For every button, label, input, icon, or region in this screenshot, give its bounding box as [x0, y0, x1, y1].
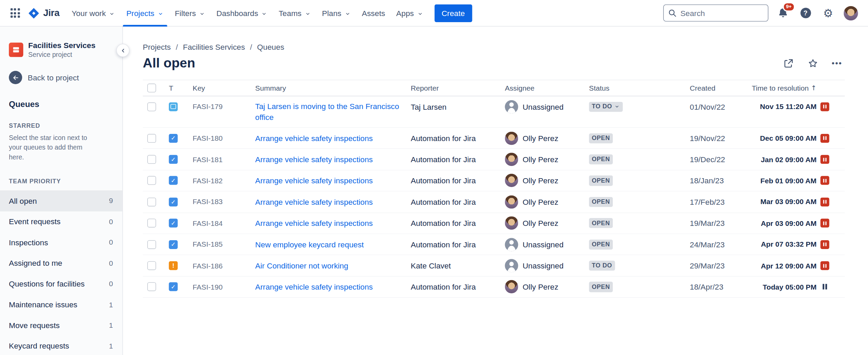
column-header-time-to-resolution[interactable]: Time to resolution ↑	[746, 84, 845, 92]
reporter-name: Automation for Jira	[411, 240, 476, 249]
issue-summary-link[interactable]: Taj Larsen is moving to the San Francisc…	[255, 101, 405, 123]
nav-item-apps[interactable]: Apps	[391, 0, 429, 26]
assignee-name: Olly Perez	[522, 198, 558, 206]
search-input[interactable]	[663, 4, 768, 21]
column-header-key[interactable]: Key	[187, 84, 250, 92]
issue-key-link[interactable]: FASI-186	[193, 262, 223, 270]
issue-key-link[interactable]: FASI-183	[193, 198, 223, 206]
issue-summary-link[interactable]: Arrange vehicle safety inspections	[255, 281, 373, 292]
status-label: TO DO	[592, 103, 612, 110]
issue-summary-link[interactable]: Arrange vehicle safety inspections	[255, 154, 373, 165]
sidebar-item-questions-for-facilities[interactable]: Questions for facilities 0	[0, 274, 122, 294]
row-checkbox[interactable]	[147, 261, 156, 270]
issue-key-link[interactable]: FASI-190	[193, 283, 223, 291]
more-actions-button[interactable]: •••	[829, 55, 844, 71]
back-to-project-button[interactable]: Back to project	[0, 71, 122, 84]
table-row-fasi-186[interactable]: FASI-186 Air Conditioner not working Kat…	[143, 255, 845, 276]
queue-label: All open	[9, 197, 37, 205]
row-checkbox[interactable]	[147, 198, 156, 206]
sla-time: Dec 05 09:00 AM	[760, 134, 817, 142]
settings-button[interactable]: ⚙	[820, 5, 837, 21]
jira-logo[interactable]: Jira	[24, 7, 65, 19]
app-switcher-button[interactable]	[6, 5, 23, 21]
gear-icon: ⚙	[823, 7, 833, 18]
issue-key-link[interactable]: FASI-180	[193, 134, 223, 142]
status-label: OPEN	[592, 241, 610, 248]
breadcrumb-projects[interactable]: Projects	[143, 43, 171, 51]
issue-key-link[interactable]: FASI-179	[193, 103, 223, 111]
notifications-button[interactable]: 9+	[775, 5, 791, 21]
status-lozenge[interactable]: OPEN	[589, 197, 612, 207]
table-row-fasi-183[interactable]: FASI-183 Arrange vehicle safety inspecti…	[143, 191, 845, 213]
profile-button[interactable]	[842, 5, 859, 21]
status-lozenge[interactable]: OPEN	[589, 176, 612, 186]
issue-summary-link[interactable]: Arrange vehicle safety inspections	[255, 196, 373, 207]
table-row-fasi-190[interactable]: FASI-190 Arrange vehicle safety inspecti…	[143, 277, 845, 298]
row-checkbox[interactable]	[147, 155, 156, 164]
nav-item-label: Apps	[396, 9, 414, 17]
nav-item-filters[interactable]: Filters	[169, 0, 211, 26]
column-header-type[interactable]: T	[164, 84, 187, 92]
nav-item-projects[interactable]: Projects	[121, 0, 169, 26]
reporter-name: Automation for Jira	[411, 198, 476, 206]
table-row-fasi-185[interactable]: FASI-185 New employee keycard request Au…	[143, 234, 845, 255]
nav-item-your-work[interactable]: Your work	[66, 0, 121, 26]
table-row-fasi-180[interactable]: FASI-180 Arrange vehicle safety inspecti…	[143, 128, 845, 149]
sidebar-item-inspections[interactable]: Inspections 0	[0, 232, 122, 253]
help-button[interactable]: ?	[797, 5, 814, 21]
issue-summary-link[interactable]: New employee keycard request	[255, 239, 364, 250]
nav-item-dashboards[interactable]: Dashboards	[211, 0, 273, 26]
issue-key-link[interactable]: FASI-185	[193, 240, 223, 248]
column-header-assignee[interactable]: Assignee	[499, 84, 583, 92]
table-row-fasi-184[interactable]: FASI-184 Arrange vehicle safety inspecti…	[143, 213, 845, 234]
notification-badge: 9+	[782, 2, 795, 12]
row-checkbox[interactable]	[147, 240, 156, 249]
create-button[interactable]: Create	[435, 4, 472, 22]
issue-summary-link[interactable]: Arrange vehicle safety inspections	[255, 133, 373, 143]
select-all-checkbox[interactable]	[147, 83, 156, 92]
status-lozenge[interactable]: OPEN	[589, 218, 612, 228]
status-lozenge[interactable]: TO DO	[589, 261, 615, 271]
column-header-summary[interactable]: Summary	[250, 84, 405, 92]
row-checkbox[interactable]	[147, 134, 156, 143]
issue-summary-link[interactable]: Arrange vehicle safety inspections	[255, 175, 373, 186]
row-checkbox[interactable]	[147, 219, 156, 228]
queue-count: 0	[109, 217, 113, 226]
column-header-status[interactable]: Status	[583, 84, 684, 92]
issue-key-link[interactable]: FASI-184	[193, 219, 223, 227]
sidebar-collapse-button[interactable]	[116, 44, 130, 57]
star-button[interactable]	[805, 55, 820, 71]
nav-item-assets[interactable]: Assets	[356, 0, 391, 26]
status-lozenge[interactable]: OPEN	[589, 133, 612, 143]
sidebar-item-assigned-to-me[interactable]: Assigned to me 0	[0, 253, 122, 274]
column-header-reporter[interactable]: Reporter	[405, 84, 499, 92]
sidebar-item-event-requests[interactable]: Event requests 0	[0, 211, 122, 232]
status-lozenge[interactable]: TO DO	[589, 102, 623, 112]
share-export-button[interactable]	[780, 55, 796, 71]
status-lozenge[interactable]: OPEN	[589, 282, 612, 292]
table-row-fasi-181[interactable]: FASI-181 Arrange vehicle safety inspecti…	[143, 149, 845, 170]
breadcrumb-facilities-services[interactable]: Facilities Services	[183, 43, 245, 51]
breadcrumb-queues[interactable]: Queues	[257, 43, 284, 51]
issue-summary-link[interactable]: Arrange vehicle safety inspections	[255, 218, 373, 229]
queue-label: Inspections	[9, 238, 48, 247]
nav-item-plans[interactable]: Plans	[317, 0, 356, 26]
table-row-fasi-182[interactable]: FASI-182 Arrange vehicle safety inspecti…	[143, 170, 845, 191]
sidebar-item-move-requests[interactable]: Move requests 1	[0, 315, 122, 336]
sidebar-item-keycard-requests[interactable]: Keycard requests 1	[0, 336, 122, 355]
row-checkbox[interactable]	[147, 176, 156, 185]
issue-key-link[interactable]: FASI-181	[193, 155, 223, 164]
status-lozenge[interactable]: OPEN	[589, 240, 612, 250]
row-checkbox[interactable]	[147, 282, 156, 291]
column-header-created[interactable]: Created	[684, 84, 746, 92]
sidebar-item-all-open[interactable]: All open 9	[0, 190, 122, 211]
nav-item-teams[interactable]: Teams	[273, 0, 316, 26]
assignee-avatar	[505, 217, 518, 230]
sidebar-item-maintenance-issues[interactable]: Maintenance issues 1	[0, 294, 122, 315]
table-row-fasi-179[interactable]: FASI-179 Taj Larsen is moving to the San…	[143, 96, 845, 128]
issue-key-link[interactable]: FASI-182	[193, 176, 223, 185]
row-checkbox[interactable]	[147, 102, 156, 111]
assignee-name: Olly Perez	[522, 176, 558, 185]
issue-summary-link[interactable]: Air Conditioner not working	[255, 260, 348, 271]
status-lozenge[interactable]: OPEN	[589, 154, 612, 165]
